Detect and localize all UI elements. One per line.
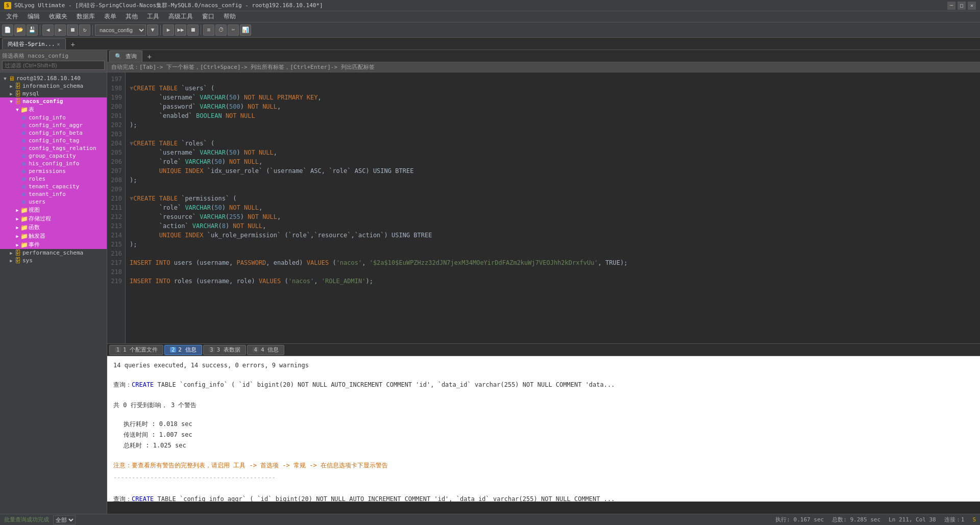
tree-table-permissions[interactable]: ⊞ permissions xyxy=(0,167,107,175)
tree-table-config_info[interactable]: ⊞ config_info xyxy=(0,114,107,121)
minimize-button[interactable]: ─ xyxy=(947,2,955,10)
tree-db-nacos_config[interactable]: ▼ 🗄 nacos_config xyxy=(0,97,107,105)
toolbar-forward[interactable]: ▶ xyxy=(55,24,66,36)
results-tab-3-label: 3 表数据 xyxy=(217,346,240,354)
menu-file[interactable]: 文件 xyxy=(2,11,22,22)
tree-table-group_capacity[interactable]: ⊞ group_capacity xyxy=(0,152,107,160)
new-connection-button[interactable]: + xyxy=(68,39,78,49)
status-bar: 批量查询成功完成 全部 执行: 0.167 sec 总数: 9.285 sec … xyxy=(0,514,980,525)
tree-table-users[interactable]: ⊞ users xyxy=(0,198,107,206)
tree-folder-tables[interactable]: ▼ 📁 表 xyxy=(0,105,107,114)
filter-label: 筛选表格 nacos_config xyxy=(2,52,105,60)
menu-database[interactable]: 数据库 xyxy=(72,11,99,22)
toolbar-db-dropdown[interactable]: ▼ xyxy=(147,24,158,36)
tree-db-expand[interactable]: ▶ xyxy=(8,83,14,89)
tables-folder-icon: 📁 xyxy=(20,107,28,113)
tree-db-sys[interactable]: ▶ 🗄 sys xyxy=(0,257,107,264)
toolbar-history[interactable]: ⏱ xyxy=(215,24,227,36)
tree-views-expand[interactable]: ▶ xyxy=(14,207,20,213)
database-selector[interactable]: nacos_config xyxy=(95,24,146,36)
menu-other[interactable]: 其他 xyxy=(121,11,142,22)
tree-table-config_info_beta[interactable]: ⊞ config_info_beta xyxy=(0,129,107,137)
line-num-199: 199 xyxy=(110,93,122,102)
menu-favorites[interactable]: 收藏夹 xyxy=(45,11,71,22)
tree-table-config_info_aggr-label: config_info_aggr xyxy=(29,122,83,129)
tree-sys-expand[interactable]: ▶ xyxy=(8,258,14,264)
menu-help[interactable]: 帮助 xyxy=(219,11,240,22)
results-tab-4-num: 4 xyxy=(253,347,259,353)
tree-db-sys-label: sys xyxy=(22,257,33,264)
tree-func-expand[interactable]: ▶ xyxy=(14,224,20,231)
results-tab-3[interactable]: 3 3 表数据 xyxy=(203,345,246,355)
toolbar-back[interactable]: ◀ xyxy=(42,24,54,36)
tree-folder-functions[interactable]: ▶ 📁 函数 xyxy=(0,223,107,232)
tree-root[interactable]: ▼ 🖥 root@192.168.10.140 xyxy=(0,74,107,82)
menu-window[interactable]: 窗口 xyxy=(198,11,218,22)
server-icon: 🖥 xyxy=(8,76,15,82)
sql-code-content[interactable]: ▼CREATE TABLE `users` ( `username` VARCH… xyxy=(126,72,980,343)
tree-tables-expand[interactable]: ▼ xyxy=(14,107,20,113)
tree-db-mysql-expand[interactable]: ▶ xyxy=(8,91,14,97)
tree-events-expand[interactable]: ▶ xyxy=(14,242,20,248)
tree-db-mysql[interactable]: ▶ 🗄 mysql xyxy=(0,90,107,97)
menu-tools[interactable]: 工具 xyxy=(143,11,163,22)
tree-folder-triggers[interactable]: ▶ 📁 触发器 xyxy=(0,232,107,240)
toolbar-stop[interactable]: ⏹ xyxy=(67,24,78,36)
toolbar-open[interactable]: 📂 xyxy=(14,24,26,36)
maximize-button[interactable]: □ xyxy=(958,2,966,10)
tree-table-config_info_tag[interactable]: ⊞ config_info_tag xyxy=(0,137,107,144)
tree-table-tenant_info[interactable]: ⊞ tenant_info xyxy=(0,190,107,198)
toolbar-refresh[interactable]: ↻ xyxy=(79,24,90,36)
events-folder-icon: 📁 xyxy=(20,242,28,248)
result-summary: 14 queries executed, 14 success, 0 error… xyxy=(113,360,974,370)
tree-folder-events[interactable]: ▶ 📁 事件 xyxy=(0,240,107,249)
tree-folder-views[interactable]: ▶ 📁 视图 xyxy=(0,206,107,214)
results-tab-2[interactable]: 2 2 信息 xyxy=(164,345,202,355)
tree-db-performance_schema[interactable]: ▶ 🗄 performance_schema xyxy=(0,249,107,257)
connection-tab-1[interactable]: 尚硅谷-Sprin... ✕ xyxy=(2,38,66,49)
tree-table-config_tags_relation[interactable]: ⊞ config_tags_relation xyxy=(0,144,107,152)
line-num-212: 212 xyxy=(110,212,122,221)
toolbar-save[interactable]: 💾 xyxy=(27,24,38,36)
app-icon: S xyxy=(4,2,11,9)
line-num-214: 214 xyxy=(110,231,122,240)
toolbar-stop-query[interactable]: ⏹ xyxy=(187,24,199,36)
results-tab-1[interactable]: 1 1 个配置文件 xyxy=(109,345,163,355)
tree-folder-procedures[interactable]: ▶ 📁 存储过程 xyxy=(0,214,107,223)
toolbar-format[interactable]: ≡ xyxy=(203,24,214,36)
tree-root-expand[interactable]: ▼ xyxy=(2,76,8,82)
tree-db-information_schema[interactable]: ▶ 🗄 information_schema xyxy=(0,82,107,90)
toolbar-snippet[interactable]: ✂ xyxy=(228,24,239,36)
toolbar-new[interactable]: 📄 xyxy=(2,24,13,36)
toolbar-execute-all[interactable]: ▶▶ xyxy=(175,24,186,36)
menu-edit[interactable]: 编辑 xyxy=(23,11,44,22)
results-tab-4[interactable]: 4 4 信息 xyxy=(247,345,284,355)
tree-tables-label: 表 xyxy=(29,106,34,113)
toolbar-schema[interactable]: 📊 xyxy=(240,24,251,36)
tree-perf-expand[interactable]: ▶ xyxy=(8,250,14,256)
query-tab-file[interactable]: 🔍 查询 xyxy=(109,51,142,62)
code-editor[interactable]: 197 198 199 200 201 202 203 204 205 206 … xyxy=(107,72,980,343)
results-tab-bar: 1 1 个配置文件 2 2 信息 3 3 表数据 4 4 信息 xyxy=(107,344,980,356)
toolbar-execute[interactable]: ▶ xyxy=(163,24,174,36)
connection-tab-close[interactable]: ✕ xyxy=(57,41,60,47)
tree-table-roles[interactable]: ⊞ roles xyxy=(0,175,107,183)
table-icon-his_config_info: ⊞ xyxy=(20,161,28,167)
new-query-tab-button[interactable]: + xyxy=(144,52,155,62)
database-nacos-icon: 🗄 xyxy=(14,98,21,105)
tree-table-his_config_info[interactable]: ⊞ his_config_info xyxy=(0,160,107,167)
close-button[interactable]: ✕ xyxy=(968,2,976,10)
filter-select[interactable]: 全部 xyxy=(53,515,76,524)
title-controls[interactable]: ─ □ ✕ xyxy=(947,2,976,10)
results-tab-4-label: 4 信息 xyxy=(261,346,279,354)
filter-input[interactable] xyxy=(2,61,105,70)
tree-db-nacos-expand[interactable]: ▼ xyxy=(8,98,14,105)
line-num-197: 197 xyxy=(110,74,122,84)
connection-info: 连接：1 xyxy=(944,516,965,523)
tree-trigger-expand[interactable]: ▶ xyxy=(14,233,20,239)
menu-advanced-tools[interactable]: 高级工具 xyxy=(164,11,197,22)
tree-proc-expand[interactable]: ▶ xyxy=(14,216,20,222)
tree-table-tenant_capacity[interactable]: ⊞ tenant_capacity xyxy=(0,183,107,190)
menu-table[interactable]: 表单 xyxy=(100,11,120,22)
tree-table-config_info_aggr[interactable]: ⊞ config_info_aggr xyxy=(0,121,107,129)
